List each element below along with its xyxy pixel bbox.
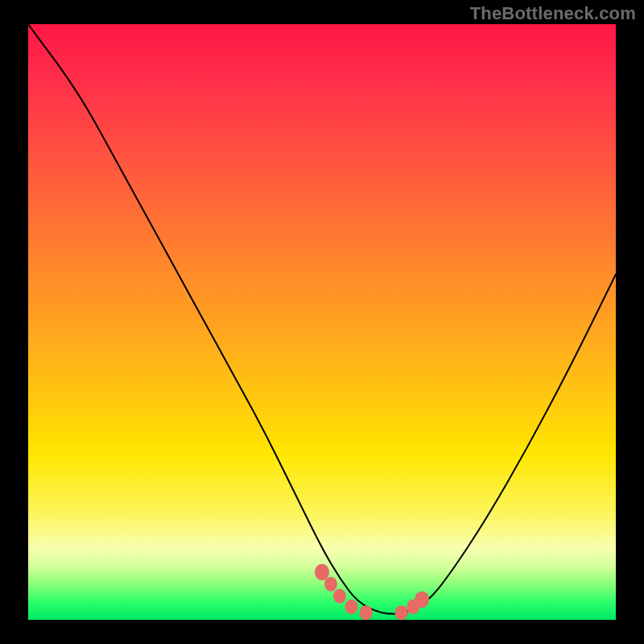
data-marker [345, 600, 358, 614]
data-marker [395, 605, 408, 620]
chart-frame: TheBottleneck.com [0, 0, 644, 644]
data-marker [333, 588, 346, 603]
data-marker [315, 564, 329, 580]
data-marker [415, 591, 429, 608]
markers-group [315, 564, 429, 620]
data-marker [324, 576, 337, 591]
chart-svg [28, 24, 616, 620]
plot-area [28, 24, 616, 620]
watermark-text: TheBottleneck.com [470, 3, 636, 24]
data-marker [360, 605, 373, 620]
bottleneck-curve [28, 24, 616, 614]
